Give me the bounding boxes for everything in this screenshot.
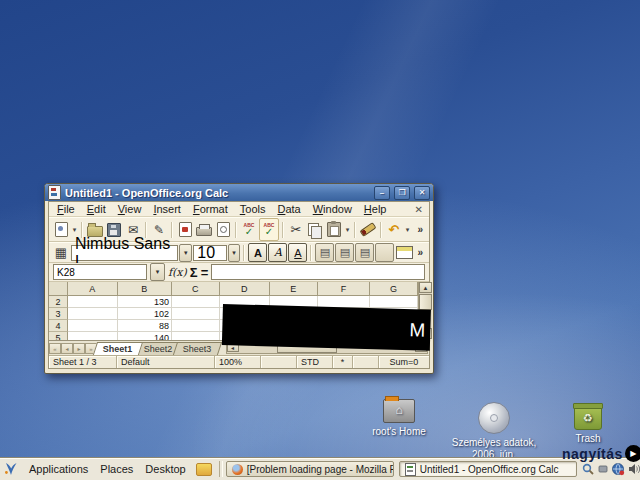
export-pdf-button[interactable] [176,220,194,239]
cell[interactable] [68,308,118,320]
menu-applications[interactable]: Applications [23,461,94,477]
vertical-scroll-thumb[interactable] [419,294,432,310]
formula-input[interactable] [211,264,425,280]
column-header-c[interactable]: C [172,282,220,295]
search-icon[interactable] [582,463,595,476]
desktop-icon-szemelyes-adatok[interactable]: Személyes adatok, 2006. jún. [451,402,537,460]
align-justify-button[interactable] [375,243,394,262]
print-button[interactable] [195,220,213,239]
desktop-icon-trash[interactable]: ♻ Trash [556,406,620,445]
underline-button[interactable]: A [288,243,307,262]
distro-logo-icon[interactable] [3,461,19,477]
status-page-style[interactable]: Default [117,356,215,368]
font-name-dropdown-icon[interactable]: ▾ [179,244,192,262]
cell[interactable] [68,332,118,340]
status-selection-mode[interactable]: STD [297,356,333,368]
cell[interactable] [370,296,418,308]
column-header-g[interactable]: G [370,282,418,295]
bold-button[interactable]: A [248,243,267,262]
minimize-button[interactable]: – [374,186,390,200]
cell[interactable] [172,308,220,320]
column-header-d[interactable]: D [220,282,270,295]
menu-format[interactable]: Format [187,202,234,216]
auto-spellcheck-button[interactable]: ABC ✓ [259,218,279,241]
column-header-f[interactable]: F [318,282,370,295]
cut-button[interactable]: ✂ [287,220,305,239]
tab-sheet3[interactable]: Sheet3 [173,342,222,355]
new-dropdown-icon[interactable]: ▾ [71,226,78,234]
status-sum[interactable]: Sum=0 [379,356,429,368]
select-all-corner[interactable] [49,282,68,295]
menu-data[interactable]: Data [271,202,306,216]
sum-icon[interactable]: Σ [190,265,198,280]
cell[interactable] [68,320,118,332]
cell-reference-box[interactable]: K28 [53,264,147,280]
cell[interactable] [172,320,220,332]
row-header[interactable]: 3 [49,308,68,320]
network-globe-icon[interactable] [611,462,625,476]
prev-sheet-icon[interactable]: ◂ [61,343,73,354]
cell[interactable] [68,296,118,308]
name-box-dropdown-icon[interactable]: ▾ [150,263,165,281]
row-header[interactable]: 4 [49,320,68,332]
close-button[interactable]: ✕ [414,186,430,200]
updates-applet-icon[interactable] [598,464,608,474]
menu-window[interactable]: Window [307,202,358,216]
maximize-button[interactable]: ❒ [394,186,410,200]
paste-button[interactable] [325,220,343,239]
column-header-e[interactable]: E [270,282,318,295]
align-center-button[interactable]: ▤ [335,243,354,262]
cell-b4[interactable]: 88 [118,320,172,332]
menu-view[interactable]: View [112,202,148,216]
font-size-dropdown-icon[interactable]: ▾ [228,244,241,262]
menu-help[interactable]: Help [358,202,393,216]
row-header[interactable]: 5 [49,332,68,340]
menu-desktop[interactable]: Desktop [139,461,191,477]
new-document-button[interactable] [52,220,70,239]
page-preview-button[interactable] [214,220,232,239]
menu-edit[interactable]: Edit [81,202,112,216]
align-left-button[interactable]: ▤ [315,243,334,262]
function-wizard-icon[interactable]: f(x) [168,266,187,279]
format-paintbrush-button[interactable] [359,220,377,239]
desktop-icon-roots-home[interactable]: ⌂ root's Home [363,399,435,438]
spellcheck-button[interactable]: ABC ✓ [240,220,258,239]
menu-tools[interactable]: Tools [234,202,272,216]
toolbar-overflow-icon[interactable]: » [414,247,426,258]
paste-dropdown-icon[interactable]: ▾ [344,226,351,234]
column-header-b[interactable]: B [118,282,172,295]
menu-insert[interactable]: Insert [147,202,187,216]
cell[interactable] [172,296,220,308]
scroll-up-icon[interactable]: ▲ [419,282,432,293]
open-button[interactable] [86,220,104,239]
magnify-arrow-icon[interactable]: ▶ [625,445,640,462]
tab-sheet1[interactable]: Sheet1 [93,342,143,355]
copy-button[interactable] [306,220,324,239]
cell-b5[interactable]: 140 [118,332,172,340]
font-name-combo[interactable]: Nimbus Sans L [71,245,178,261]
cell[interactable] [172,332,220,340]
styles-button[interactable]: ▦ [52,243,70,262]
align-right-button[interactable]: ▤ [355,243,374,262]
next-sheet-icon[interactable]: ▸ [73,343,85,354]
status-zoom[interactable]: 100% [215,356,261,368]
menu-places[interactable]: Places [94,461,139,477]
merge-cells-button[interactable] [395,243,413,262]
toolbar-overflow-icon[interactable]: » [414,224,426,235]
menu-file[interactable]: File [51,202,81,216]
italic-button[interactable]: A [268,243,287,262]
volume-speaker-icon[interactable] [628,463,640,475]
undo-dropdown-icon[interactable]: ▾ [404,226,411,234]
task-button-firefox[interactable]: [Problem loading page - Mozilla Firefox] [226,461,394,477]
equals-icon[interactable]: = [201,265,209,280]
close-document-icon[interactable]: ✕ [415,204,423,215]
first-sheet-icon[interactable]: « [49,343,61,354]
window-titlebar[interactable]: Untitled1 - OpenOffice.org Calc – ❒ ✕ [45,184,433,201]
task-button-calc[interactable]: Untitled1 - OpenOffice.org Calc [399,461,577,477]
cell-b3[interactable]: 102 [118,308,172,320]
yellow-applet-icon[interactable] [196,463,212,476]
undo-button[interactable]: ↶ [385,220,403,239]
row-header[interactable]: 2 [49,296,68,308]
cell-b2[interactable]: 130 [118,296,172,308]
column-header-a[interactable]: A [68,282,118,295]
